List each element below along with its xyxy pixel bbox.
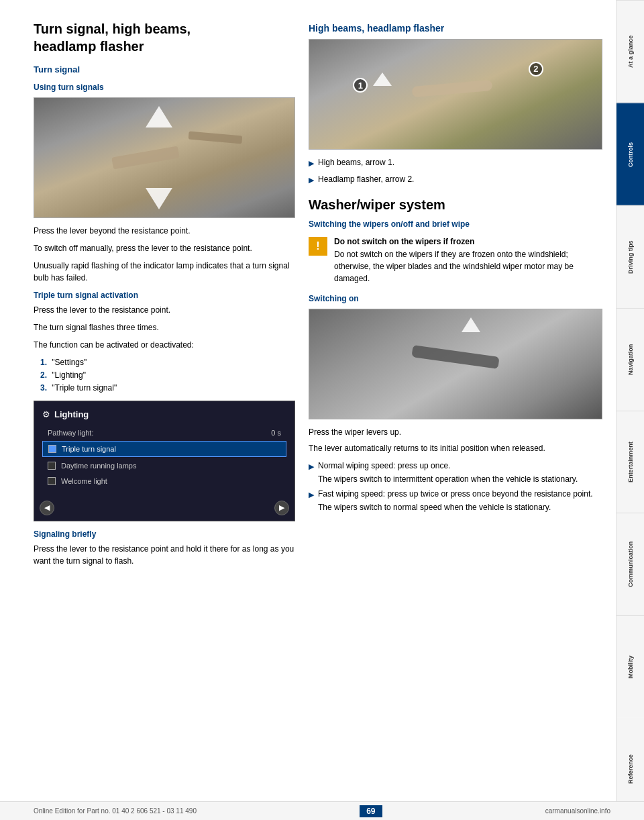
fast-wipe-body: The wipers switch to normal speed when t… [318, 501, 593, 513]
lever-high-beams [411, 80, 492, 97]
high-beams-bullet2-text: Headlamp flasher, arrow 2. [318, 173, 414, 186]
triple-checkbox [48, 445, 56, 453]
turn-signal-body1: Press the lever beyond the resistance po… [34, 225, 295, 237]
high-beams-bullet2: ▶ Headlamp flasher, arrow 2. [309, 173, 602, 186]
page-number: 69 [360, 805, 382, 817]
sidebar-item-navigation[interactable]: Navigation [616, 308, 644, 411]
page-title: Turn signal, high beams,headlamp flasher [34, 20, 295, 55]
sidebar-item-at-a-glance[interactable]: At a glance [616, 0, 644, 103]
switching-on-heading: Switching on [309, 294, 602, 303]
turn-signal-body3: Unusually rapid flashing of the indicato… [34, 260, 295, 284]
settings-screenshot: ⚙ Lighting Pathway light: 0 s Triple tur… [34, 401, 295, 521]
fast-wipe-bullet: ▶ Fast wiping speed: press up twice or p… [309, 488, 602, 513]
normal-wipe-label: Normal wiping speed: press up once. [318, 461, 450, 470]
wiper-body2: The lever automatically returns to its i… [309, 442, 602, 454]
list-num-2: 2. [40, 370, 47, 380]
settings-header: ⚙ Lighting [42, 409, 286, 419]
switching-wipers-heading: Switching the wipers on/off and brief wi… [309, 219, 602, 229]
using-turn-signals-heading: Using turn signals [34, 83, 295, 92]
warning-title: Do not switch on the wipers if frozen [334, 237, 602, 246]
triple-body1: Press the lever to the resistance point. [34, 304, 295, 316]
lever-visual [112, 146, 180, 169]
bullet-arrow-2: ▶ [309, 174, 314, 186]
warning-box: ! Do not switch on the wipers if frozen … [309, 234, 602, 287]
daytime-row: Daytime running lamps [42, 459, 286, 472]
normal-wipe-body: The wipers switch to intermittent operat… [318, 473, 578, 485]
nav-controls: ◀ ▶ [40, 501, 289, 515]
welcome-row: Welcome light [42, 474, 286, 488]
left-column: Turn signal, high beams,headlamp flasher… [34, 20, 295, 807]
warning-content: Do not switch on the wipers if frozen Do… [334, 237, 602, 285]
turn-signal-heading: Turn signal [34, 64, 295, 74]
arrow-down-indicator [146, 188, 172, 209]
triple-turn-signal-label: Triple turn signal [62, 445, 116, 453]
wiper-body1: Press the wiper levers up. [309, 426, 602, 438]
footer-text: Online Edition for Part no. 01 40 2 606 … [34, 807, 197, 815]
high-beams-bullet1: ▶ High beams, arrow 1. [309, 156, 602, 169]
arrow-left-indicator [373, 72, 392, 86]
settings-gear-icon: ⚙ [42, 409, 50, 419]
arrow-up-indicator [146, 106, 172, 127]
wiper-arrow-up [462, 317, 480, 332]
turn-signal-body2: To switch off manually, press the lever … [34, 242, 295, 254]
welcome-label: Welcome light [61, 477, 107, 485]
footer-right-text: carmanualsonline.info [545, 807, 610, 815]
high-beams-image: 1 2 [309, 39, 602, 150]
nav-right-button[interactable]: ▶ [274, 501, 289, 515]
fast-wipe-label: Fast wiping speed: press up twice or pre… [318, 489, 593, 499]
right-column: High beams, headlamp flasher 1 2 ▶ High … [309, 20, 602, 807]
label-2-badge: 2 [529, 62, 543, 76]
triple-body2: The turn signal flashes three times. [34, 321, 295, 334]
turn-signal-image [34, 97, 295, 218]
triple-body3: The function can be activated or deactiv… [34, 339, 295, 351]
high-beams-heading: High beams, headlamp flasher [309, 23, 602, 34]
list-text-3: "Triple turn signal" [52, 383, 117, 393]
bullet-arrow-4: ▶ [309, 489, 314, 513]
high-beams-bullet1-text: High beams, arrow 1. [318, 156, 394, 169]
triple-turn-signal-heading: Triple turn signal activation [34, 291, 295, 300]
sidebar-item-controls[interactable]: Controls [616, 103, 644, 205]
wiper-image [309, 309, 602, 419]
pathway-value: 0 s [271, 429, 281, 437]
sidebar-item-entertainment[interactable]: Entertainment [616, 411, 644, 513]
pathway-row: Pathway light: 0 s [42, 426, 286, 440]
numbered-list: 1. "Settings" 2. "Lighting" 3. "Triple t… [40, 356, 295, 395]
normal-wipe-content: Normal wiping speed: press up once. The … [318, 460, 578, 485]
daytime-label: Daytime running lamps [61, 462, 137, 470]
wiper-system-heading: Washer/wiper system [309, 197, 602, 213]
list-item-3: 3. "Triple turn signal" [40, 382, 295, 395]
list-num-1: 1. [40, 358, 47, 367]
pathway-label: Pathway light: [48, 429, 93, 437]
nav-left-button[interactable]: ◀ [40, 501, 54, 515]
sidebar-item-communication[interactable]: Communication [616, 513, 644, 615]
triple-turn-signal-row[interactable]: Triple turn signal [42, 441, 286, 457]
lever-visual-2 [189, 132, 243, 144]
fast-wipe-content: Fast wiping speed: press up twice or pre… [318, 488, 593, 513]
signaling-briefly-body: Press the lever to the resistance point … [34, 543, 295, 567]
sidebar-item-mobility[interactable]: Mobility [616, 615, 644, 718]
label-1-badge: 1 [353, 78, 368, 93]
wiper-lever [411, 345, 499, 369]
list-text-2: "Lighting" [52, 370, 86, 380]
welcome-checkbox [48, 477, 56, 485]
list-text-1: "Settings" [52, 358, 87, 367]
normal-wipe-bullet: ▶ Normal wiping speed: press up once. Th… [309, 460, 602, 485]
daytime-checkbox [48, 462, 56, 470]
settings-title: Lighting [54, 409, 89, 419]
footer-bar: Online Edition for Part no. 01 40 2 606 … [0, 801, 644, 820]
sidebar-item-driving-tips[interactable]: Driving tips [616, 205, 644, 308]
list-item-1: 1. "Settings" [40, 356, 295, 369]
warning-icon: ! [309, 237, 327, 256]
warning-body: Do not switch on the wipers if they are … [334, 248, 602, 285]
sidebar: At a glance Controls Driving tips Naviga… [616, 0, 644, 820]
main-content: Turn signal, high beams,headlamp flasher… [0, 0, 616, 820]
bullet-arrow-1: ▶ [309, 158, 314, 169]
list-num-3: 3. [40, 383, 47, 393]
signaling-briefly-heading: Signaling briefly [34, 529, 295, 539]
bullet-arrow-3: ▶ [309, 461, 314, 485]
list-item-2: 2. "Lighting" [40, 369, 295, 382]
page-container: Turn signal, high beams,headlamp flasher… [0, 0, 644, 820]
